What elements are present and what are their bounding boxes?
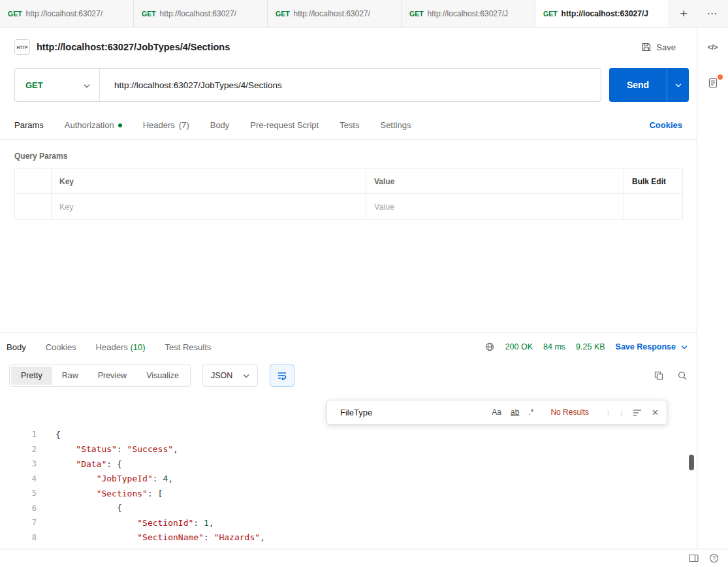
scrollbar-thumb[interactable] <box>689 455 694 470</box>
http-request-icon: HTTP <box>14 39 30 55</box>
open-request-tab[interactable]: GEThttp://localhost:63027/ <box>268 0 402 27</box>
regex-button[interactable]: .* <box>528 408 533 417</box>
previous-match-button[interactable]: ↑ <box>606 408 610 417</box>
line-number: 1 <box>0 430 37 439</box>
copy-icon[interactable] <box>654 370 664 381</box>
tab-method-label: GET <box>409 10 424 18</box>
param-key-input[interactable]: Key <box>52 194 366 220</box>
tab-label: Pre-request Script <box>250 120 319 130</box>
token <box>55 489 97 498</box>
view-tab-raw[interactable]: Raw <box>52 366 88 385</box>
tab-label: Params <box>14 120 44 130</box>
bulk-edit-button[interactable]: Bulk Edit <box>624 169 683 194</box>
match-case-button[interactable]: Aa <box>492 408 501 417</box>
format-select[interactable]: JSON <box>202 364 258 387</box>
response-tab-cookies[interactable]: Cookies <box>46 342 76 352</box>
empty-space <box>0 220 697 332</box>
tab-method-label: GET <box>543 10 558 18</box>
cookies-link[interactable]: Cookies <box>649 120 682 130</box>
help-icon[interactable]: ? <box>709 553 719 563</box>
param-row-actions <box>624 194 683 220</box>
tab-label: Body <box>7 342 26 352</box>
token: "JobTypeId" <box>97 474 153 483</box>
open-request-tab[interactable]: GEThttp://localhost:63027/J <box>402 0 535 27</box>
code-snippet-icon[interactable]: </> <box>708 43 718 51</box>
whole-word-button[interactable]: ab <box>511 408 519 417</box>
response-tab-body[interactable]: Body <box>7 342 26 352</box>
save-response-label: Save Response <box>616 342 676 351</box>
wrap-lines-button[interactable] <box>270 364 294 387</box>
format-label: JSON <box>211 371 232 380</box>
save-response-button[interactable]: Save Response <box>616 342 688 351</box>
code-line: 5 "Sections": [ <box>0 486 697 501</box>
query-params-title: Query Params <box>14 152 682 161</box>
token: , <box>168 474 173 483</box>
documentation-icon[interactable] <box>707 77 719 90</box>
view-tab-visualize[interactable]: Visualize <box>136 366 189 385</box>
save-button[interactable]: Save <box>635 38 682 56</box>
toolbar-right-icons <box>654 370 688 381</box>
response-tab-headers[interactable]: Headers (10) <box>96 342 146 352</box>
token: : [ <box>148 489 163 498</box>
open-request-tab[interactable]: GEThttp://localhost:63027/J <box>535 0 669 27</box>
chevron-down-icon <box>84 79 90 91</box>
line-number: 5 <box>0 489 37 498</box>
open-request-tab[interactable]: GEThttp://localhost:63027/ <box>0 0 134 27</box>
token: { <box>117 503 122 513</box>
tab-label: Headers <box>143 120 175 130</box>
response-time[interactable]: 84 ms <box>543 342 565 351</box>
response-size[interactable]: 9.25 KB <box>576 342 605 351</box>
send-button[interactable]: Send <box>609 68 689 102</box>
url-box: GET http://localhost:63027/JobTypes/4/Se… <box>14 68 601 102</box>
code-line: 6 { <box>0 501 697 516</box>
column-header-key: Key <box>52 169 366 194</box>
line-number: 8 <box>0 533 37 542</box>
token: : <box>193 518 204 528</box>
status-badge[interactable]: 200 OK <box>505 342 533 351</box>
status-bar: ? <box>0 549 728 567</box>
query-params-section: Query Params Key Value Bulk Edit Key Val… <box>0 140 697 220</box>
view-tab-preview[interactable]: Preview <box>88 366 136 385</box>
response-tab-test-results[interactable]: Test Results <box>165 342 212 352</box>
token <box>55 459 76 469</box>
token: , <box>209 518 214 528</box>
request-tab-params[interactable]: Params <box>14 120 44 130</box>
token <box>55 532 137 542</box>
code-line: 4 "JobTypeId": 4, <box>0 472 697 487</box>
right-sidebar: </> <box>697 27 728 549</box>
request-tab-authorization[interactable]: Authorization <box>65 120 122 130</box>
tab-method-label: GET <box>142 10 156 18</box>
tab-label: Authorization <box>65 120 114 130</box>
request-tab-headers[interactable]: Headers(7) <box>143 120 189 130</box>
tab-label: Tests <box>340 120 359 130</box>
new-tab-button[interactable]: + <box>669 0 698 27</box>
search-options-icon[interactable] <box>633 408 642 417</box>
url-input[interactable]: http://localhost:63027/JobTypes/4/Sectio… <box>100 69 601 101</box>
network-globe-icon[interactable] <box>484 342 495 352</box>
tab-url-label: http://localhost:63027/ <box>294 9 370 18</box>
search-results-label: No Results <box>550 408 589 417</box>
line-number: 2 <box>0 445 37 454</box>
tab-count: (10) <box>130 342 145 352</box>
method-select[interactable]: GET <box>15 69 100 101</box>
more-tabs-button[interactable]: ⋯ <box>698 0 727 27</box>
request-tab-tests[interactable]: Tests <box>340 120 359 130</box>
close-search-button[interactable]: ✕ <box>652 408 659 417</box>
search-icon[interactable] <box>677 370 688 381</box>
find-input[interactable]: FileType <box>340 408 483 417</box>
request-tab-body[interactable]: Body <box>210 120 230 130</box>
param-value-input[interactable]: Value <box>366 194 624 220</box>
tab-label: Cookies <box>46 342 76 352</box>
request-tab-pre-request-script[interactable]: Pre-request Script <box>250 120 319 130</box>
open-request-tab[interactable]: GEThttp://localhost:63027/ <box>134 0 268 27</box>
token: "SectionName" <box>137 532 204 542</box>
view-tab-pretty[interactable]: Pretty <box>11 366 52 385</box>
column-header-value: Value <box>366 169 624 194</box>
send-options-button[interactable] <box>667 68 689 102</box>
request-tab-settings[interactable]: Settings <box>380 120 411 130</box>
tab-url-label: http://localhost:63027/J <box>428 9 508 18</box>
line-number: 4 <box>0 474 37 483</box>
response-toolbar: PrettyRawPreviewVisualize JSON <box>0 361 697 391</box>
next-match-button[interactable]: ↓ <box>620 408 624 417</box>
panes-layout-icon[interactable] <box>689 554 699 562</box>
